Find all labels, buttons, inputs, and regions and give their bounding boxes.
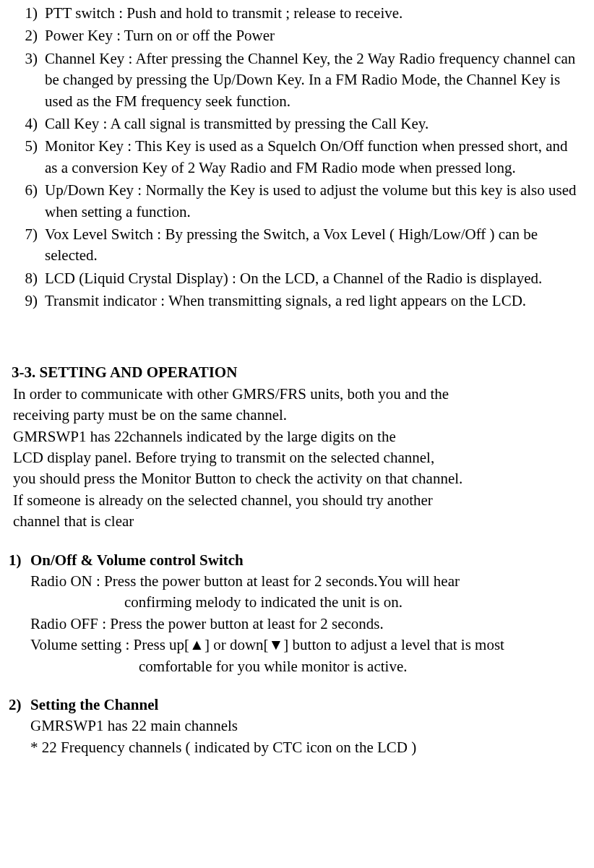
item-number: 9) <box>9 291 45 311</box>
list-item: 2) Power Key : Turn on or off the Power <box>9 25 580 46</box>
item-text: Power Key : Turn on or off the Power <box>45 25 580 46</box>
item-text: Call Key : A call signal is transmitted … <box>45 113 580 134</box>
subsection-2: 2) Setting the Channel GMRSWP1 has 22 ma… <box>9 695 580 758</box>
item-text: LCD (Liquid Crystal Display) : On the LC… <box>45 268 580 289</box>
list-item: 7) Vox Level Switch : By pressing the Sw… <box>9 224 580 267</box>
item-text: PTT switch : Push and hold to transmit ;… <box>45 3 580 24</box>
subsection-line: Radio OFF : Press the power button at le… <box>30 614 580 635</box>
numbered-list: 1) PTT switch : Push and hold to transmi… <box>9 3 580 311</box>
intro-line: channel that is clear <box>10 511 580 532</box>
list-item: 4) Call Key : A call signal is transmitt… <box>9 113 580 134</box>
item-text: Channel Key : After pressing the Channel… <box>45 48 580 112</box>
intro-line: receiving party must be on the same chan… <box>10 405 580 426</box>
item-text: Up/Down Key : Normally the Key is used t… <box>45 180 580 223</box>
item-text: Transmit indicator : When transmitting s… <box>45 291 580 311</box>
item-text: Monitor Key : This Key is used as a Sque… <box>45 136 580 179</box>
section-heading: 3-3. SETTING AND OPERATION <box>9 362 580 383</box>
list-item: 9) Transmit indicator : When transmittin… <box>9 291 580 311</box>
subsection-title: Setting the Channel <box>30 696 158 713</box>
subsection-title: On/Off & Volume control Switch <box>30 551 244 569</box>
item-number: 7) <box>9 224 45 267</box>
list-item: 6) Up/Down Key : Normally the Key is use… <box>9 180 580 223</box>
subsection-line-cont: comfortable for you while monitor is act… <box>30 656 580 677</box>
subsection-body: On/Off & Volume control Switch Radio ON … <box>30 550 580 677</box>
item-number: 3) <box>9 48 45 112</box>
intro-line: GMRSWP1 has 22channels indicated by the … <box>10 426 580 447</box>
item-text: Vox Level Switch : By pressing the Switc… <box>45 224 580 267</box>
subsection-line: GMRSWP1 has 22 main channels <box>30 716 580 736</box>
item-number: 4) <box>9 113 45 134</box>
subsection-line: * 22 Frequency channels ( indicated by C… <box>30 737 580 758</box>
subsection-number: 1) <box>9 550 30 677</box>
item-number: 8) <box>9 268 45 289</box>
intro-line: LCD display panel. Before trying to tran… <box>10 447 580 468</box>
subsection-1: 1) On/Off & Volume control Switch Radio … <box>9 550 580 677</box>
list-item: 3) Channel Key : After pressing the Chan… <box>9 48 580 112</box>
intro-paragraph: In order to communicate with other GMRS/… <box>9 384 580 533</box>
list-item: 8) LCD (Liquid Crystal Display) : On the… <box>9 268 580 289</box>
subsection-body: Setting the Channel GMRSWP1 has 22 main … <box>30 695 580 758</box>
item-number: 1) <box>9 3 45 24</box>
item-number: 6) <box>9 180 45 223</box>
subsection-number: 2) <box>9 695 30 758</box>
intro-line: If someone is already on the selected ch… <box>10 490 580 511</box>
intro-line: you should press the Monitor Button to c… <box>10 468 580 489</box>
subsection-line-cont: confirming melody to indicated the unit … <box>30 592 580 613</box>
item-number: 2) <box>9 25 45 46</box>
list-item: 5) Monitor Key : This Key is used as a S… <box>9 136 580 179</box>
subsection-line: Volume setting : Press up[▲] or down[▼] … <box>30 635 580 656</box>
intro-line: In order to communicate with other GMRS/… <box>10 384 580 405</box>
list-item: 1) PTT switch : Push and hold to transmi… <box>9 3 580 24</box>
item-number: 5) <box>9 136 45 179</box>
subsection-line: Radio ON : Press the power button at lea… <box>30 571 580 592</box>
